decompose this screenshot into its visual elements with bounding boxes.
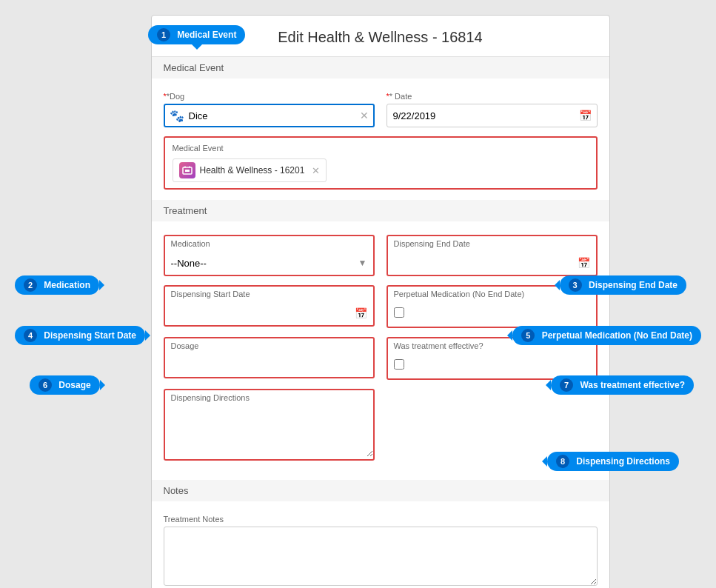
badge-num-3: 3 <box>569 278 582 292</box>
dispensing-start-date-bordered: Dispensing Start Date 📅 <box>164 285 375 327</box>
dispensing-directions-textarea[interactable] <box>165 405 373 457</box>
perpetual-checkbox[interactable] <box>394 307 404 318</box>
calendar-icon-start-date[interactable]: 📅 <box>355 307 367 319</box>
badge-dosage: 6 Dosage <box>30 375 100 395</box>
dog-date-row: **Dog 🐾 ✕ ** Date <box>164 92 598 127</box>
dispensing-start-date-wrapper: 📅 <box>165 301 373 325</box>
medical-event-section: Medical Event **Dog 🐾 ✕ <box>152 57 609 200</box>
dog-label: **Dog <box>164 92 375 101</box>
treatment-section-header: Treatment <box>152 200 609 221</box>
dog-icon: 🐾 <box>170 109 184 123</box>
page-wrapper: 1 Medical Event 2 Medication 3 Dispensin… <box>15 15 701 588</box>
date-input[interactable] <box>387 104 598 127</box>
dog-field-group: **Dog 🐾 ✕ <box>164 92 375 127</box>
svg-rect-1 <box>185 170 190 172</box>
dispensing-start-date-label: Dispensing Start Date <box>165 287 373 298</box>
treatment-section-body: Medication --None-- ▼ Dispen <box>152 232 609 480</box>
dosage-label: Dosage <box>165 338 373 350</box>
badge-dispensing-end-date: 3 Dispensing End Date <box>560 275 686 295</box>
medication-label: Medication <box>165 236 373 248</box>
dispensing-end-date-label: Dispensing End Date <box>388 236 596 248</box>
dispensing-end-date-input[interactable] <box>388 251 596 275</box>
calendar-icon-date[interactable]: 📅 <box>579 110 592 121</box>
dispensing-directions-label: Dispensing Directions <box>165 390 373 402</box>
dispensing-directions-row: Dispensing Directions <box>164 389 598 461</box>
dog-input[interactable] <box>189 110 360 121</box>
medication-bordered: Medication --None-- ▼ <box>164 235 375 276</box>
effective-checkbox[interactable] <box>394 359 404 370</box>
dosage-input[interactable] <box>165 353 373 377</box>
event-tag-label: Health & Wellness - 16201 <box>200 165 305 176</box>
dosage-field-group: Dosage <box>164 337 375 380</box>
badge-num-1: 1 <box>157 28 170 41</box>
medical-event-section-body: **Dog 🐾 ✕ ** Date <box>152 89 609 200</box>
event-tag-close-icon[interactable]: ✕ <box>312 165 320 176</box>
date-label: ** Date <box>387 92 598 101</box>
badge-num-6: 6 <box>39 378 52 392</box>
medical-event-box: Medical Event Health & Wellness - 16201 … <box>164 136 598 190</box>
dispensing-end-date-bordered: Dispensing End Date 📅 <box>387 235 598 276</box>
dispensing-end-date-field-group: Dispensing End Date 📅 <box>387 235 598 276</box>
badge-num-7: 7 <box>560 378 573 392</box>
badge-num-8: 8 <box>556 455 569 468</box>
badge-medical-event: 1 Medical Event <box>148 25 245 44</box>
badge-dispensing-start-date: 4 Dispensing Start Date <box>15 326 145 345</box>
perpetual-checkbox-wrapper <box>388 301 596 324</box>
notes-section-body: Treatment Notes <box>152 512 609 588</box>
medication-endate-row: Medication --None-- ▼ Dispen <box>164 235 598 276</box>
dispensing-end-date-wrapper: 📅 <box>388 251 596 275</box>
dispensing-directions-box: Dispensing Directions <box>164 389 375 461</box>
form-container: Edit Health & Wellness - 16814 Medical E… <box>151 15 610 588</box>
date-field-group: ** Date 📅 <box>387 92 598 127</box>
badge-dispensing-directions: 8 Dispensing Directions <box>547 452 679 471</box>
dispensing-directions-field-group: Dispensing Directions <box>164 389 375 461</box>
medical-event-label: Medical Event <box>173 144 589 153</box>
medication-select[interactable]: --None-- <box>165 251 373 275</box>
dog-input-wrapper[interactable]: 🐾 ✕ <box>164 104 375 127</box>
medication-select-wrapper: --None-- ▼ <box>165 251 373 275</box>
treatment-notes-label: Treatment Notes <box>164 515 598 524</box>
notes-section-header: Notes <box>152 480 609 501</box>
medication-field-group: Medication --None-- ▼ <box>164 235 375 276</box>
badge-was-effective: 7 Was treatment effective? <box>551 375 694 395</box>
badge-num-5: 5 <box>521 329 535 342</box>
event-tag-icon <box>179 162 195 178</box>
treatment-notes-textarea[interactable] <box>164 527 598 586</box>
event-tag: Health & Wellness - 16201 ✕ <box>173 158 327 182</box>
badge-medication: 2 Medication <box>15 275 99 295</box>
dosage-bordered: Dosage <box>164 337 375 378</box>
calendar-icon-end-date[interactable]: 📅 <box>578 257 590 269</box>
effective-checkbox-wrapper <box>388 353 596 375</box>
badge-perpetual: 5 Perpetual Medication (No End Date) <box>512 326 701 345</box>
dispensing-start-date-field-group: Dispensing Start Date 📅 <box>164 285 375 328</box>
dog-clear-icon[interactable]: ✕ <box>360 110 369 121</box>
treatment-notes-field-group: Treatment Notes <box>164 515 598 586</box>
dispensing-start-date-input[interactable] <box>165 301 373 325</box>
dispensing-directions-spacer <box>387 389 598 461</box>
badge-num-2: 2 <box>24 278 37 292</box>
startdate-perpetual-row: Dispensing Start Date 📅 Perpetual Medica… <box>164 285 598 328</box>
notes-section: Notes Treatment Notes <box>152 480 609 588</box>
badge-num-4: 4 <box>24 329 37 342</box>
medical-event-section-header: Medical Event <box>152 57 609 78</box>
date-input-wrapper: 📅 <box>387 104 598 127</box>
